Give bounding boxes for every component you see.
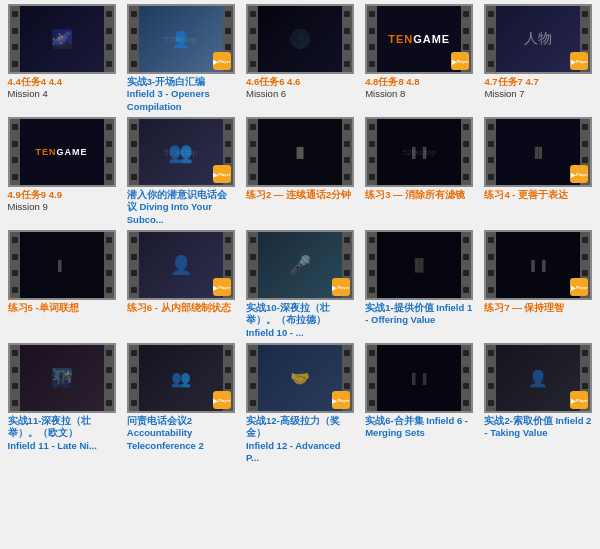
play-button[interactable]: ▶Player xyxy=(213,278,231,296)
item-label: 潜入你的潜意识电话会议 Diving Into Your Subco... xyxy=(127,189,235,226)
play-button[interactable]: ▶Player xyxy=(332,391,350,409)
play-button[interactable]: ▶Player xyxy=(570,165,588,183)
item-label: 实战2-索取价值 Infield 2 - Taking Value xyxy=(484,415,592,440)
item-label: 练习7 — 保持理智 xyxy=(484,302,592,314)
play-button[interactable]: ▶Player xyxy=(213,165,231,183)
thumbnail[interactable]: ▌▐ 520kt.top xyxy=(365,117,473,187)
thumbnail[interactable]: 🌑 xyxy=(246,4,354,74)
list-item[interactable]: ▌ 练习5 -单词联想 xyxy=(4,230,119,339)
thumbnail[interactable]: TENGAME xyxy=(8,117,116,187)
item-label: 实战3-开场白汇编 Infield 3 - Openers Compilatio… xyxy=(127,76,235,113)
item-label: 实战10-深夜拉（壮举）。（布拉德）Infield 10 - ... xyxy=(246,302,354,339)
item-label: 练习6 - 从内部绕制状态 xyxy=(127,302,235,314)
item-label: 实战12-高级拉力（奖金）Infield 12 - Advanced P... xyxy=(246,415,354,464)
thumbnail[interactable]: 🤝 ▶Player xyxy=(246,343,354,413)
play-button[interactable]: ▶Player xyxy=(570,278,588,296)
list-item[interactable]: 👤 ▶Player 练习6 - 从内部绕制状态 xyxy=(123,230,238,339)
thumbnail[interactable]: ▐▌ xyxy=(365,230,473,300)
play-button[interactable]: ▶Player xyxy=(570,391,588,409)
list-item[interactable]: 👥 520kt.top ▶Player 潜入你的潜意识电话会议 Diving I… xyxy=(123,117,238,226)
item-label: 实战1-提供价值 Infield 1 - Offering Value xyxy=(365,302,473,327)
list-item[interactable]: TENGAME 4.9任务9 4.9Mission 9 xyxy=(4,117,119,226)
item-label: 练习2 — 连续通话2分钟 xyxy=(246,189,354,201)
list-item[interactable]: 🤝 ▶Player 实战12-高级拉力（奖金）Infield 12 - Adva… xyxy=(242,343,357,464)
play-button[interactable]: ▶Player xyxy=(213,52,231,70)
thumbnail[interactable]: 🎤 ▶Player xyxy=(246,230,354,300)
thumbnail[interactable]: 人物 ▶Player xyxy=(484,4,592,74)
list-item[interactable]: ▐▌ 实战1-提供价值 Infield 1 - Offering Value xyxy=(362,230,477,339)
list-item[interactable]: 🎤 ▶Player 实战10-深夜拉（壮举）。（布拉德）Infield 10 -… xyxy=(242,230,357,339)
item-label: 4.7任务7 4.7Mission 7 xyxy=(484,76,592,101)
item-label: 问责电话会议2 Accountability Teleconference 2 xyxy=(127,415,235,452)
list-item[interactable]: ▌▐ 520kt.top 练习3 — 消除所有滤镜 xyxy=(362,117,477,226)
list-item[interactable]: 🌃 实战11-深夜拉（壮举）。（欧文）Infield 11 - Late Ni.… xyxy=(4,343,119,464)
list-item[interactable]: 👥 ▶Player 问责电话会议2 Accountability Telecon… xyxy=(123,343,238,464)
item-label: 练习4 - 更善于表达 xyxy=(484,189,592,201)
item-label: 练习5 -单词联想 xyxy=(8,302,116,314)
list-item[interactable]: 👤 ▶Player 实战2-索取价值 Infield 2 - Taking Va… xyxy=(481,343,596,464)
thumbnail[interactable]: TENGAME ▶Player xyxy=(365,4,473,74)
list-item[interactable]: ▐▌ 练习2 — 连续通话2分钟 xyxy=(242,117,357,226)
play-button[interactable]: ▶Player xyxy=(332,278,350,296)
item-label: 实战6-合并集 Infield 6 - Merging Sets xyxy=(365,415,473,440)
thumbnail[interactable]: 👥 520kt.top ▶Player xyxy=(127,117,235,187)
list-item[interactable]: 🌑 4.6任务6 4.6Mission 6 xyxy=(242,4,357,113)
thumbnail[interactable]: ▌ xyxy=(8,230,116,300)
thumbnail[interactable]: 👤 ▶Player xyxy=(484,343,592,413)
thumbnail[interactable]: 👤 ▶Player xyxy=(127,230,235,300)
item-label: 4.9任务9 4.9Mission 9 xyxy=(8,189,116,214)
item-label: 实战11-深夜拉（壮举）。（欧文）Infield 11 - Late Ni... xyxy=(8,415,116,452)
thumbnail[interactable]: 👥 ▶Player xyxy=(127,343,235,413)
play-button[interactable]: ▶Player xyxy=(451,52,469,70)
item-label: 练习3 — 消除所有滤镜 xyxy=(365,189,473,201)
thumbnail[interactable]: ▌▐ xyxy=(365,343,473,413)
play-button[interactable]: ▶Player xyxy=(213,391,231,409)
list-item[interactable]: 人物 ▶Player 4.7任务7 4.7Mission 7 xyxy=(481,4,596,113)
thumbnail[interactable]: ▌▐ ▶Player xyxy=(484,230,592,300)
video-grid: 🌌 4.4任务4 4.4Mission 4 👤 520kt.top ▶Playe… xyxy=(0,0,600,468)
play-button[interactable]: ▶Player xyxy=(570,52,588,70)
list-item[interactable]: ▌▐ 实战6-合并集 Infield 6 - Merging Sets xyxy=(362,343,477,464)
list-item[interactable]: 👤 520kt.top ▶Player 实战3-开场白汇编 Infield 3 … xyxy=(123,4,238,113)
thumbnail[interactable]: ▐▌ xyxy=(246,117,354,187)
thumbnail[interactable]: 🌃 xyxy=(8,343,116,413)
list-item[interactable]: ▌▐ ▶Player 练习7 — 保持理智 xyxy=(481,230,596,339)
list-item[interactable]: TENGAME ▶Player 4.8任务8 4.8Mission 8 xyxy=(362,4,477,113)
list-item[interactable]: 🌌 4.4任务4 4.4Mission 4 xyxy=(4,4,119,113)
thumbnail[interactable]: 👤 520kt.top ▶Player xyxy=(127,4,235,74)
list-item[interactable]: ▐▌ ▶Player 练习4 - 更善于表达 xyxy=(481,117,596,226)
item-label: 4.8任务8 4.8Mission 8 xyxy=(365,76,473,101)
thumbnail[interactable]: 🌌 xyxy=(8,4,116,74)
thumbnail[interactable]: ▐▌ ▶Player xyxy=(484,117,592,187)
item-label: 4.4任务4 4.4Mission 4 xyxy=(8,76,116,101)
item-label: 4.6任务6 4.6Mission 6 xyxy=(246,76,354,101)
